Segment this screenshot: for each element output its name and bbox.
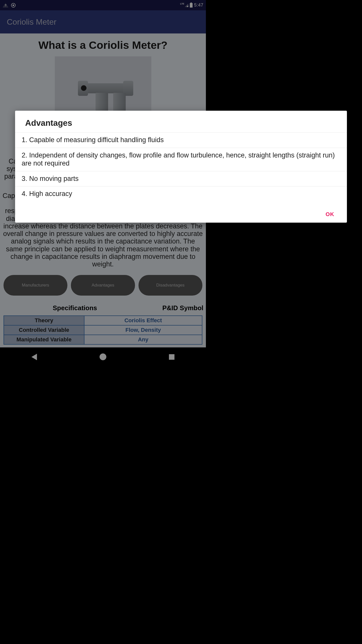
wifi-icon: ? (3, 3, 9, 8)
spec-key: Manipulated Variable (4, 335, 84, 344)
pill-row: Manufacturers Advantages Disadvantages (0, 270, 206, 298)
spec-value: Coriolis Effect (84, 316, 202, 325)
nav-home-button[interactable] (100, 353, 106, 360)
loading-icon (11, 3, 16, 8)
spec-value: Any (84, 335, 202, 344)
cell-signal-icon (185, 4, 188, 7)
advantages-button[interactable]: Advantages (71, 275, 135, 296)
spec-key: Theory (4, 316, 84, 325)
spec-table: Theory Coriolis Effect Controlled Variab… (4, 315, 202, 345)
app-bar: Coriolis Meter (0, 10, 206, 33)
list-item[interactable]: 1. Capable of measuring difficult handli… (15, 132, 206, 148)
page-title: What is a Coriolis Meter? (0, 33, 206, 54)
table-row: Controlled Variable Flow, Density (4, 325, 202, 335)
status-clock: 5:47 (194, 3, 203, 8)
battery-icon (190, 3, 193, 8)
list-item[interactable]: 2. Independent of density changes, flow … (15, 148, 206, 171)
spec-value: Flow, Density (84, 326, 202, 335)
status-bar: ? LTE 5:47 (0, 0, 206, 10)
pid-symbol-heading: P&ID Symbol (162, 304, 203, 312)
advantages-dialog: Advantages 1. Capable of measuring diffi… (15, 111, 206, 223)
dialog-actions: OK (15, 202, 206, 220)
disadvantages-button[interactable]: Disadvantages (139, 275, 202, 296)
advantages-button-label: Advantages (92, 283, 114, 288)
manufacturers-button[interactable]: Manufacturers (4, 275, 67, 296)
list-item[interactable]: 4. High accuracy (15, 186, 206, 202)
list-item[interactable]: 3. No moving parts (15, 171, 206, 186)
spec-key: Controlled Variable (4, 326, 84, 335)
manufacturers-button-label: Manufacturers (22, 283, 49, 288)
nav-back-button[interactable] (31, 354, 37, 360)
disadvantages-button-label: Disadvantages (156, 283, 185, 288)
network-lte-label: LTE (180, 3, 184, 5)
table-row: Theory Coriolis Effect (4, 316, 202, 325)
specifications-heading: Specifications (3, 304, 162, 312)
table-row: Manipulated Variable Any (4, 335, 202, 344)
dialog-title: Advantages (15, 111, 206, 132)
system-nav-bar (0, 347, 206, 366)
app-bar-title: Coriolis Meter (7, 17, 56, 27)
spec-header: Specifications P&ID Symbol (0, 298, 206, 313)
nav-recent-button[interactable] (169, 354, 174, 360)
